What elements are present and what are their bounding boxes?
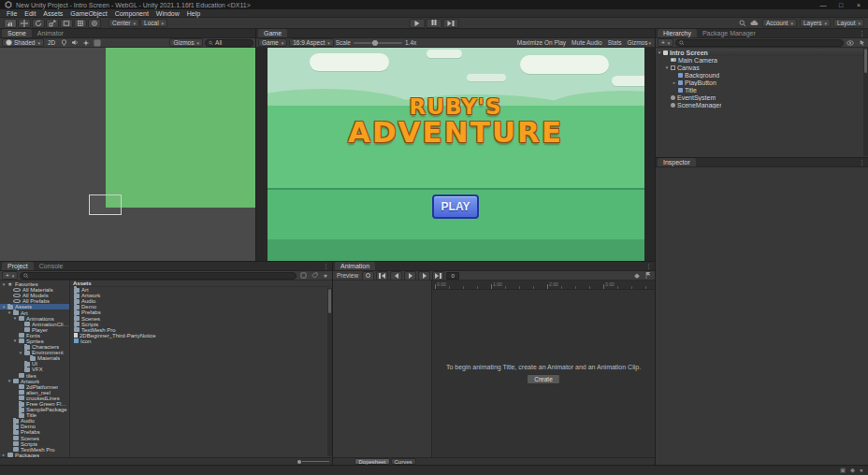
menu-component[interactable]: Component xyxy=(111,9,152,18)
project-search-input[interactable] xyxy=(31,272,293,279)
hierarchy-search-input[interactable] xyxy=(687,39,840,46)
tab-inspector[interactable]: Inspector xyxy=(658,158,696,166)
hierarchy-item-background[interactable]: Background xyxy=(656,71,868,79)
animation-ruler[interactable]: 0:001:002:003:00 xyxy=(432,281,655,290)
account-dropdown[interactable]: Account xyxy=(762,19,797,27)
search-icon[interactable] xyxy=(738,19,747,27)
assets-scrollbar[interactable] xyxy=(327,288,332,456)
grid-dropdown-icon[interactable] xyxy=(93,38,102,47)
scene-picking-icon[interactable] xyxy=(857,38,866,47)
maximize-button[interactable]: □ xyxy=(836,2,846,8)
scale-tool-button[interactable] xyxy=(46,19,59,28)
rect-tool-button[interactable] xyxy=(60,19,73,28)
mute-audio-toggle[interactable]: Mute Audio xyxy=(570,39,604,46)
expander-icon[interactable]: ▼ xyxy=(1,282,7,287)
first-frame-button[interactable] xyxy=(376,271,388,281)
console-status-icon[interactable]: ▣ xyxy=(840,467,846,474)
play-button[interactable] xyxy=(410,19,426,28)
tab-hierarchy[interactable]: Hierarchy xyxy=(658,29,697,37)
scene-viewport[interactable] xyxy=(0,48,255,261)
scene-visibility-icon[interactable] xyxy=(846,38,855,47)
create-asset-dropdown[interactable]: + xyxy=(2,271,18,280)
prev-frame-button[interactable] xyxy=(390,271,402,281)
pause-button[interactable] xyxy=(427,19,442,28)
assets-breadcrumb[interactable]: Assets xyxy=(70,281,332,287)
minimize-button[interactable]: — xyxy=(818,2,828,8)
display-dropdown[interactable]: Game xyxy=(258,38,287,47)
game-play-button[interactable]: PLAY xyxy=(432,194,479,219)
stats-toggle[interactable]: Stats xyxy=(606,39,624,46)
pivot-toggle-button[interactable]: Center xyxy=(108,19,139,27)
menu-gameobject[interactable]: GameObject xyxy=(66,9,110,18)
hierarchy-item-title[interactable]: Title xyxy=(656,86,868,94)
menu-assets[interactable]: Assets xyxy=(39,9,66,18)
search-by-type-icon[interactable] xyxy=(298,271,308,280)
scene-search-input[interactable] xyxy=(215,39,250,46)
tab-package-manager[interactable]: Package Manager xyxy=(697,29,761,37)
panel-menu-icon[interactable]: ⋮ xyxy=(323,263,329,270)
panel-menu-icon[interactable]: ⋮ xyxy=(859,159,865,166)
tab-project[interactable]: Project xyxy=(2,262,34,270)
step-button[interactable] xyxy=(443,19,459,28)
menu-file[interactable]: File xyxy=(3,9,21,18)
audio-toggle-icon[interactable] xyxy=(70,38,80,47)
record-button[interactable] xyxy=(362,271,374,281)
asset-icon[interactable]: Icon xyxy=(70,338,332,344)
asset-zoom-slider[interactable] xyxy=(297,460,329,464)
search-by-label-icon[interactable] xyxy=(310,271,319,280)
layers-dropdown[interactable]: Layers xyxy=(800,19,831,27)
close-button[interactable]: × xyxy=(854,2,863,8)
scale-slider[interactable] xyxy=(354,42,402,44)
hierarchy-item-eventsystem[interactable]: EventSystem xyxy=(656,94,868,101)
expander-icon[interactable]: ▼ xyxy=(657,50,662,55)
toggle-2d-button[interactable]: 2D xyxy=(46,39,57,46)
effects-dropdown-icon[interactable] xyxy=(81,38,91,47)
tab-scene[interactable]: Scene xyxy=(2,29,32,37)
scene-gizmos-dropdown[interactable]: Gizmos xyxy=(169,38,203,47)
add-event-icon[interactable] xyxy=(644,271,653,280)
expander-icon[interactable]: ▼ xyxy=(664,65,670,70)
curves-tab[interactable]: Curves xyxy=(391,458,416,465)
menu-edit[interactable]: Edit xyxy=(21,9,39,18)
custom-tool-button[interactable] xyxy=(88,19,101,28)
expander-icon[interactable]: ▼ xyxy=(7,379,12,383)
anim-play-button[interactable] xyxy=(404,271,416,281)
menu-help[interactable]: Help xyxy=(183,9,204,18)
preview-toggle-button[interactable]: Preview xyxy=(335,272,360,279)
tab-animator[interactable]: Animator xyxy=(32,29,69,37)
dopesheet-tab[interactable]: Dopesheet xyxy=(354,458,389,465)
expander-icon[interactable]: ▼ xyxy=(12,338,18,343)
maximize-on-play-toggle[interactable]: Maximize On Play xyxy=(515,39,568,46)
lighting-toggle-icon[interactable] xyxy=(59,38,68,47)
saved-search-star-icon[interactable]: ★ xyxy=(321,271,330,280)
hand-tool-button[interactable] xyxy=(4,19,17,28)
hierarchy-item-scenemanager[interactable]: SceneManager xyxy=(656,101,868,108)
panel-menu-icon[interactable]: ⋮ xyxy=(645,263,652,270)
next-frame-button[interactable] xyxy=(418,271,430,281)
add-keyframe-icon[interactable]: ◆ xyxy=(632,271,642,280)
create-animator-button[interactable]: Create xyxy=(527,374,560,384)
frame-field[interactable] xyxy=(446,272,459,280)
hierarchy-scrollbar[interactable] xyxy=(863,48,868,156)
scale-slider-thumb[interactable] xyxy=(372,40,378,46)
layout-dropdown[interactable]: Layout xyxy=(833,19,864,27)
hierarchy-item-main-camera[interactable]: Main Camera xyxy=(656,56,868,64)
space-toggle-button[interactable]: Local xyxy=(140,19,167,27)
shading-mode-dropdown[interactable]: Shaded xyxy=(2,38,44,47)
hierarchy-item-playbutton[interactable]: ▸PlayButton xyxy=(656,79,868,86)
background-sprite[interactable] xyxy=(106,48,255,208)
progress-status-icon[interactable]: ● xyxy=(860,467,863,474)
move-tool-button[interactable] xyxy=(18,19,31,28)
tab-console[interactable]: Console xyxy=(34,262,69,270)
tab-animation[interactable]: Animation xyxy=(335,262,375,270)
hierarchy-item-intro-screen[interactable]: ▼Intro Screen xyxy=(656,49,868,56)
transform-tool-button[interactable] xyxy=(74,19,87,28)
expander-icon[interactable]: ▼ xyxy=(12,316,18,321)
expander-icon[interactable]: ▼ xyxy=(7,310,12,315)
tab-game[interactable]: Game xyxy=(258,29,287,37)
expander-icon[interactable]: ▸ xyxy=(672,80,677,85)
last-frame-button[interactable] xyxy=(432,271,444,281)
create-object-dropdown[interactable]: + xyxy=(658,38,673,47)
cloud-icon[interactable] xyxy=(750,19,760,27)
menu-window[interactable]: Window xyxy=(152,9,183,18)
